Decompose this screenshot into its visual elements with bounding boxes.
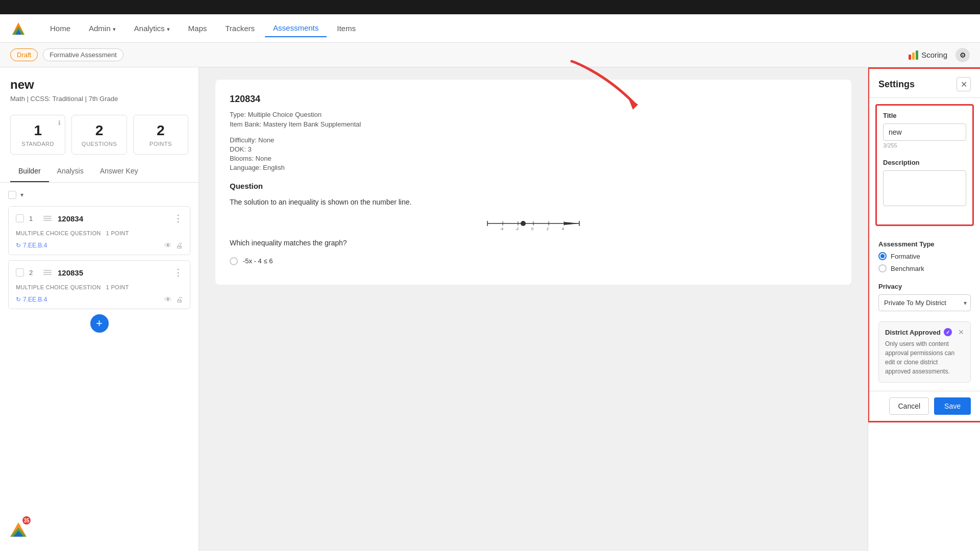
q2-print-icon[interactable]: 🖨 [176,295,183,304]
nav-trackers[interactable]: Trackers [217,20,263,37]
question-list: ▾ 1 120834 ⋮ MULTIPLE CHOICE QUESTION [0,183,199,551]
left-panel: new Math | CCSS: Traditional | 7th Grade… [0,67,199,551]
svg-point-11 [521,221,526,226]
benchmark-radio-option[interactable]: Benchmark [878,264,971,272]
svg-text:0: 0 [531,227,533,231]
info-icon[interactable]: ℹ [58,119,61,127]
nav-items[interactable]: Items [329,20,364,37]
nav-home[interactable]: Home [42,20,79,37]
svg-text:4: 4 [562,227,564,231]
privacy-section: Privacy Private To My District ▾ [878,283,971,311]
settings-gear-icon[interactable]: ⚙ [955,48,970,62]
settings-close-button[interactable]: ✕ [957,77,971,91]
settings-description-section: Description [883,159,966,208]
district-approved-section: District Approved ✓ ✕ Only users with co… [878,321,971,383]
tab-analysis[interactable]: Analysis [49,161,92,182]
district-approved-close-icon[interactable]: ✕ [958,328,964,336]
assessment-type-radio-group: Formative Benchmark [878,252,971,272]
tab-answer-key[interactable]: Answer Key [92,161,146,182]
q2-actions: 👁 🖨 [164,295,183,304]
title-label: Title [883,112,966,119]
scoring-button[interactable]: Scoring [909,51,947,60]
cancel-button[interactable]: Cancel [889,397,929,415]
assessment-type-label: Assessment Type [878,240,971,248]
q1-num: 1 [29,215,37,222]
stat-questions-value: 2 [78,122,120,139]
draft-badge: Draft [10,48,38,61]
settings-body: Assessment Type Formative Benchmark Pri [869,232,980,391]
q1-checkbox[interactable] [16,214,24,222]
svg-text:2: 2 [547,227,549,231]
nav-maps[interactable]: Maps [180,20,215,37]
nav-admin[interactable]: Admin▾ [81,20,124,37]
question-card-2-header: 2 120835 ⋮ [9,261,190,284]
svg-marker-12 [564,222,579,225]
q1-footer: ↻ 7.EE.B.4 👁 🖨 [9,236,190,255]
q1-print-icon[interactable]: 🖨 [176,241,183,249]
settings-header: Settings ✕ [869,69,980,98]
save-button[interactable]: Save [934,397,971,415]
question-detail-language: Language: English [230,164,837,171]
district-approved-header: District Approved ✓ ✕ [885,328,964,336]
breadcrumb-left: Draft Formative Assessment [10,48,124,61]
q2-footer: ↻ 7.EE.B.4 👁 🖨 [9,290,190,309]
assessment-header: new Math | CCSS: Traditional | 7th Grade [0,67,199,109]
select-all-chevron[interactable]: ▾ [20,191,23,198]
formative-radio-dot [878,252,887,260]
settings-title: Settings [878,79,915,90]
question-section-title: Question [230,182,837,190]
title-description-highlight: Title 3/255 Description [875,104,974,226]
notification-badge: 35 [22,516,31,524]
q2-type: MULTIPLE CHOICE QUESTION 1 point [9,284,190,290]
question-detail: 120834 Type: Multiple Choice Question It… [215,80,851,285]
q1-preview-icon[interactable]: 👁 [164,241,172,249]
center-panel: 120834 Type: Multiple Choice Question It… [199,67,868,551]
q1-menu-icon[interactable]: ⋮ [174,213,183,224]
q1-id: 120834 [58,214,168,223]
q2-drag-handle[interactable] [42,269,53,276]
nav-logo[interactable] [10,20,27,37]
settings-footer: Cancel Save [869,391,980,421]
stat-questions-label: QUESTIONS [78,141,120,147]
district-approved-title: District Approved ✓ [885,328,952,336]
formative-badge: Formative Assessment [43,48,124,61]
q2-preview-icon[interactable]: 👁 [164,295,172,304]
formative-radio-label: Formative [891,253,920,260]
question-detail-id: 120834 [230,94,837,105]
q2-checkbox[interactable] [16,268,24,277]
tab-builder[interactable]: Builder [10,161,49,182]
district-approved-badge-icon: ✓ [944,328,952,336]
stat-points-label: POINTS [140,141,182,147]
stats-row: ℹ 1 STANDARD 2 QUESTIONS 2 POINTS [0,109,199,161]
stat-standard-value: 1 [17,122,59,139]
benchmark-radio-dot [878,264,887,272]
q2-id: 120835 [58,268,168,277]
main-nav: Home Admin▾ Analytics▾ Maps Trackers Ass… [0,14,980,43]
main-area: new Math | CCSS: Traditional | 7th Grade… [0,67,980,551]
question-card-1-header: 1 120834 ⋮ [9,207,190,230]
scoring-bars-icon [909,51,918,60]
option1-radio[interactable] [230,257,238,265]
question-text2: Which inequality matches the graph? [230,237,837,248]
nav-assessments[interactable]: Assessments [265,19,327,37]
question-detail-bank: Item Bank: Mastery Item Bank Supplementa… [230,120,837,128]
stat-standard: ℹ 1 STANDARD [10,115,65,155]
nav-items: Home Admin▾ Analytics▾ Maps Trackers Ass… [42,19,364,37]
description-label: Description [883,159,966,166]
formative-radio-option[interactable]: Formative [878,252,971,260]
settings-panel: Settings ✕ Title 3/255 Description Asses… [868,67,980,551]
tabs: Builder Analysis Answer Key [0,161,199,183]
avatar-area: 35 [8,518,29,541]
question-card-1: 1 120834 ⋮ MULTIPLE CHOICE QUESTION 1 po… [8,206,190,255]
q1-drag-handle[interactable] [42,215,53,222]
privacy-select[interactable]: Private To My District [878,294,971,311]
q1-type: MULTIPLE CHOICE QUESTION 1 point [9,230,190,236]
select-all-checkbox[interactable] [8,191,16,199]
nav-analytics[interactable]: Analytics▾ [126,20,178,37]
add-question-button[interactable]: + [90,314,109,333]
breadcrumb-bar: Draft Formative Assessment Scoring ⚙ [0,43,980,67]
title-input[interactable] [883,123,966,141]
description-textarea[interactable] [883,170,966,206]
stat-questions: 2 QUESTIONS [71,115,127,155]
q2-menu-icon[interactable]: ⋮ [174,267,183,278]
